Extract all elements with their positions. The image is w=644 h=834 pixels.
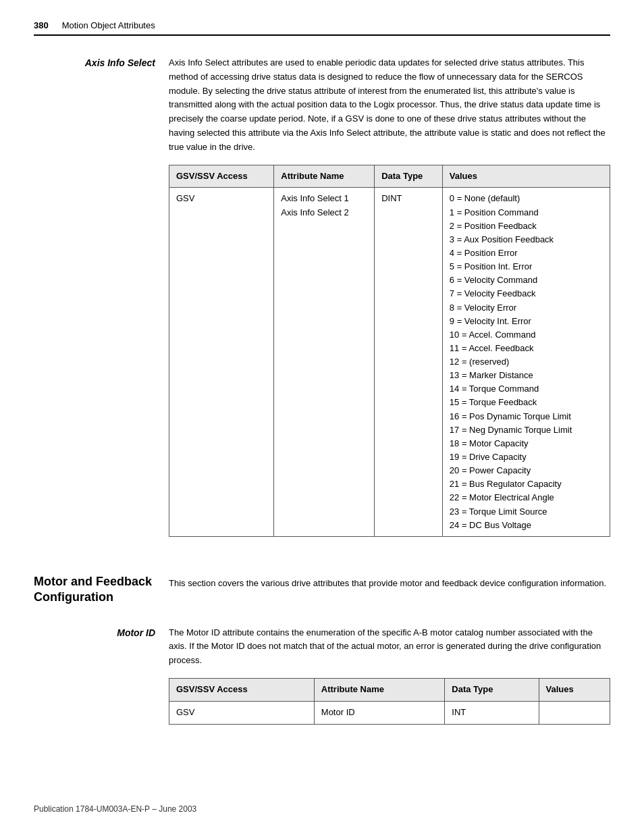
table-row: GSV Axis Info Select 1 Axis Info Select … [169, 188, 610, 537]
motor-feedback-header: Motor and Feedback Configuration This se… [34, 574, 610, 606]
page-header-title: Motion Object Attributes [62, 20, 155, 30]
motor-id-description: The Motor ID attribute contains the enum… [169, 626, 610, 668]
axis-info-select-description: Axis Info Select attributes are used to … [169, 56, 610, 155]
page-header: 380 Motion Object Attributes [34, 20, 610, 36]
motor-col-header-access: GSV/SSV Access [169, 679, 315, 702]
motor-col-header-attribute: Attribute Name [314, 679, 445, 702]
motor-feedback-title: Motor and Feedback Configuration [34, 574, 169, 606]
motor-feedback-description: This section covers the various drive at… [169, 574, 610, 591]
axis-info-select-table: GSV/SSV Access Attribute Name Data Type … [169, 165, 610, 537]
motor-id-label: Motor ID [34, 626, 169, 745]
footer-text: Publication 1784-UM003A-EN-P – June 2003 [34, 804, 196, 814]
motor-cell-access: GSV [169, 701, 315, 724]
col-header-values: Values [442, 165, 610, 188]
motor-id-table: GSV/SSV Access Attribute Name Data Type … [169, 678, 610, 725]
motor-id-table-header-row: GSV/SSV Access Attribute Name Data Type … [169, 679, 610, 702]
cell-datatype: DINT [375, 188, 443, 537]
col-header-attribute: Attribute Name [274, 165, 375, 188]
table-header-row: GSV/SSV Access Attribute Name Data Type … [169, 165, 610, 188]
motor-id-content: The Motor ID attribute contains the enum… [169, 626, 610, 745]
axis-info-select-content: Axis Info Select attributes are used to … [169, 56, 610, 557]
motor-cell-datatype: INT [445, 701, 539, 724]
motor-col-header-values: Values [539, 679, 610, 702]
col-header-access: GSV/SSV Access [169, 165, 274, 188]
page-footer: Publication 1784-UM003A-EN-P – June 2003 [34, 804, 196, 814]
motor-id-section: Motor ID The Motor ID attribute contains… [34, 626, 610, 745]
page: 380 Motion Object Attributes Axis Info S… [0, 0, 644, 834]
cell-values: 0 = None (default) 1 = Position Command … [442, 188, 610, 537]
motor-cell-attribute: Motor ID [314, 701, 445, 724]
motor-feedback-section: Motor and Feedback Configuration This se… [34, 574, 610, 745]
cell-access: GSV [169, 188, 274, 537]
col-header-datatype: Data Type [375, 165, 443, 188]
axis-info-select-section: Axis Info Select Axis Info Select attrib… [34, 56, 610, 557]
table-row: GSV Motor ID INT [169, 701, 610, 724]
axis-info-select-label: Axis Info Select [34, 56, 169, 557]
cell-attribute: Axis Info Select 1 Axis Info Select 2 [274, 188, 375, 537]
motor-col-header-datatype: Data Type [445, 679, 539, 702]
motor-cell-values [539, 701, 610, 724]
page-number: 380 [34, 20, 49, 30]
